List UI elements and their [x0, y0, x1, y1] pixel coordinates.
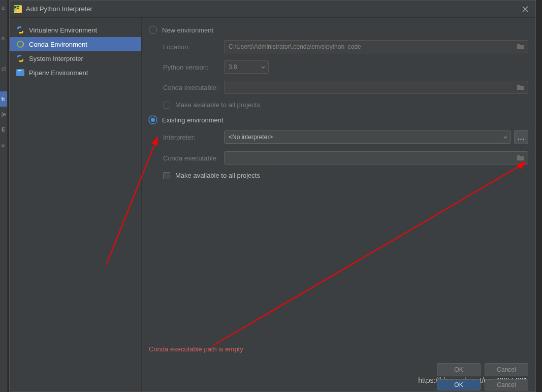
radio-new-env-row: New environment [149, 26, 528, 34]
ok-button[interactable]: OK [437, 363, 481, 376]
close-icon [522, 6, 528, 12]
pycharm-icon [14, 5, 22, 13]
browse-conda-exe-button[interactable] [515, 82, 526, 93]
close-button[interactable] [519, 3, 531, 15]
radio-existing-env-label: Existing environment [162, 116, 224, 124]
interpreter-dropdown[interactable]: <No interpreter> [224, 130, 511, 144]
python-icon [16, 54, 25, 63]
cancel-button[interactable]: Cancel [485, 363, 528, 376]
browse-location-button[interactable] [515, 41, 526, 52]
interpreter-label: Interpreter: [163, 134, 224, 141]
conda-exe2-input[interactable] [224, 151, 528, 165]
python-icon [16, 25, 25, 35]
dialog-title: Add Python Interpreter [26, 5, 519, 13]
browse-interpreter-button[interactable]: ... [514, 130, 528, 144]
conda-exe-row: Conda executable: [163, 81, 528, 94]
make-all2-checkbox[interactable] [163, 172, 170, 179]
make-all2-row: Make available to all projects [163, 172, 528, 179]
chevron-down-icon [503, 136, 507, 140]
folder-icon [517, 43, 525, 50]
pyver-dropdown[interactable]: 3.8 [224, 60, 269, 74]
main-pane: New environment Location: Python version… [142, 18, 535, 391]
location-row: Location: [163, 40, 528, 53]
make-all2-label: Make available to all projects [175, 172, 260, 179]
location-label: Location: [163, 43, 224, 51]
browse-conda-exe2-button[interactable] [515, 152, 526, 164]
pyver-value: 3.8 [229, 63, 237, 71]
pyver-label: Python version: [163, 63, 224, 71]
sidebar: Virtualenv Environment Conda Environment… [10, 18, 142, 391]
sidebar-item-virtualenv[interactable]: Virtualenv Environment [10, 23, 141, 37]
folder-icon [517, 84, 525, 91]
dialog-body: Virtualenv Environment Conda Environment… [10, 18, 535, 391]
pyver-row: Python version: 3.8 [163, 60, 528, 74]
sidebar-item-label: Pipenv Environment [29, 69, 88, 77]
sidebar-item-pipenv[interactable]: Pipenv Environment [10, 66, 141, 80]
sidebar-item-label: Virtualenv Environment [29, 26, 97, 34]
make-all-checkbox[interactable] [163, 102, 170, 109]
bg-ok-button[interactable]: OK [437, 379, 481, 390]
sidebar-item-label: Conda Environment [29, 41, 87, 48]
background-footer: OK Cancel [437, 379, 528, 390]
background-strip: a n ct h je E u [0, 0, 8, 392]
conda-exe-input[interactable] [224, 81, 528, 94]
chevron-down-icon [261, 66, 265, 70]
make-all-label: Make available to all projects [175, 101, 260, 109]
conda-exe-label: Conda executable: [163, 84, 224, 91]
error-message: Conda executable path is empty [149, 345, 243, 353]
conda-exe2-row: Conda executable: [163, 151, 528, 165]
radio-existing-env[interactable] [149, 116, 157, 124]
radio-new-env[interactable] [149, 26, 157, 34]
sidebar-item-conda[interactable]: Conda Environment [10, 37, 141, 51]
pipenv-icon [16, 68, 25, 77]
folder-icon [517, 154, 525, 161]
conda-exe2-label: Conda executable: [163, 154, 224, 162]
location-input[interactable] [224, 40, 528, 53]
add-interpreter-dialog: Add Python Interpreter Virtualenv Enviro… [9, 0, 536, 392]
dialog-footer: OK Cancel [437, 363, 528, 376]
sidebar-item-label: System Interpreter [29, 55, 83, 62]
interpreter-row: Interpreter: <No interpreter> ... [163, 130, 528, 144]
conda-icon [16, 40, 25, 49]
make-all-row: Make available to all projects [163, 101, 528, 109]
ellipsis-icon: ... [518, 134, 525, 141]
bg-cancel-button[interactable]: Cancel [485, 379, 528, 390]
interpreter-value: <No interpreter> [229, 134, 273, 141]
sidebar-item-system[interactable]: System Interpreter [10, 51, 141, 66]
radio-new-env-label: New environment [162, 26, 213, 34]
titlebar: Add Python Interpreter [10, 1, 535, 18]
radio-existing-env-row: Existing environment [149, 116, 528, 124]
